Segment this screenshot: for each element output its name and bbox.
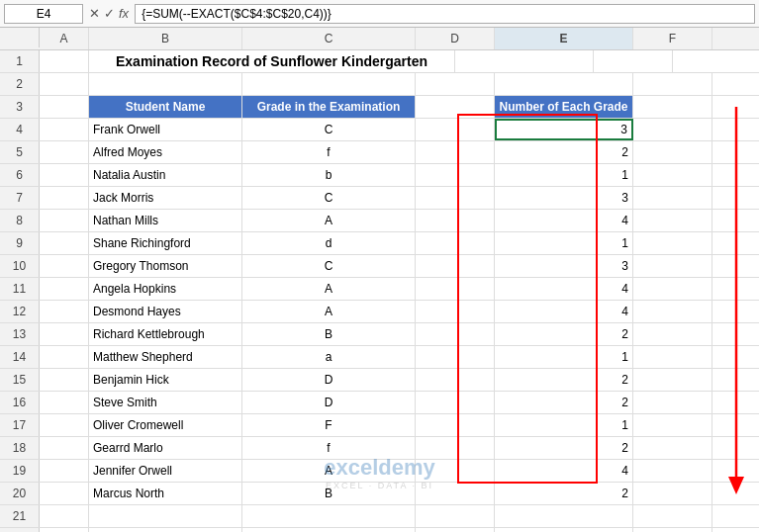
cell-f21[interactable] (633, 505, 712, 527)
cell-b20[interactable]: Marcus North (89, 483, 242, 504)
cell-c17[interactable]: F (242, 414, 416, 436)
col-header-b[interactable]: B (89, 28, 242, 49)
cell-a20[interactable] (40, 483, 89, 504)
cell-e15[interactable]: 2 (495, 369, 633, 391)
cell-b16[interactable]: Steve Smith (89, 392, 242, 413)
cell-f4[interactable] (633, 119, 712, 140)
cell-e13[interactable]: 2 (495, 323, 633, 345)
cell-d13[interactable] (416, 323, 495, 345)
cell-e2[interactable] (495, 73, 633, 95)
cell-e19[interactable]: 4 (495, 460, 633, 482)
cell-a7[interactable] (40, 187, 89, 209)
col-header-f[interactable]: F (633, 28, 712, 49)
cell-d6[interactable] (416, 164, 495, 186)
cell-a14[interactable] (40, 346, 89, 368)
cell-c9[interactable]: d (242, 232, 416, 254)
cell-d16[interactable] (416, 392, 495, 413)
cell-d11[interactable] (416, 278, 495, 300)
cell-b15[interactable]: Benjamin Hick (89, 369, 242, 391)
cell-d9[interactable] (416, 232, 495, 254)
cell-c22[interactable] (242, 528, 416, 532)
cell-c7[interactable]: C (242, 187, 416, 209)
cell-f9[interactable] (633, 232, 712, 254)
cell-d17[interactable] (416, 414, 495, 436)
cell-d4[interactable] (416, 119, 495, 140)
cell-c10[interactable]: C (242, 255, 416, 277)
cell-e1[interactable] (455, 50, 594, 72)
cell-b17[interactable]: Oliver Cromewell (89, 414, 242, 436)
cell-e14[interactable]: 1 (495, 346, 633, 368)
cell-e8[interactable]: 4 (495, 210, 633, 231)
cell-b13[interactable]: Richard Kettlebrough (89, 323, 242, 345)
cell-f7[interactable] (633, 187, 712, 209)
cell-b18[interactable]: Gearrd Marlo (89, 437, 242, 459)
cell-d15[interactable] (416, 369, 495, 391)
cell-f14[interactable] (633, 346, 712, 368)
cell-c14[interactable]: a (242, 346, 416, 368)
cell-a18[interactable] (40, 437, 89, 459)
cell-b10[interactable]: Gregory Thomson (89, 255, 242, 277)
cell-b21[interactable] (89, 505, 242, 527)
cell-e5[interactable]: 2 (495, 141, 633, 163)
cell-c4[interactable]: C (242, 119, 416, 140)
cell-b19[interactable]: Jennifer Orwell (89, 460, 242, 482)
cell-b14[interactable]: Matthew Shepherd (89, 346, 242, 368)
cell-e16[interactable]: 2 (495, 392, 633, 413)
cell-e10[interactable]: 3 (495, 255, 633, 277)
cell-a19[interactable] (40, 460, 89, 482)
cell-c15[interactable]: D (242, 369, 416, 391)
cell-e12[interactable]: 4 (495, 301, 633, 322)
cell-f8[interactable] (633, 210, 712, 231)
cell-a9[interactable] (40, 232, 89, 254)
cell-b8[interactable]: Nathan Mills (89, 210, 242, 231)
cell-e6[interactable]: 1 (495, 164, 633, 186)
confirm-icon[interactable]: ✓ (104, 6, 115, 21)
cell-b9[interactable]: Shane Richingford (89, 232, 242, 254)
cell-f17[interactable] (633, 414, 712, 436)
cell-f3[interactable] (633, 96, 712, 118)
cell-d21[interactable] (416, 505, 495, 527)
cell-f22[interactable] (633, 528, 712, 532)
cell-e20[interactable]: 2 (495, 483, 633, 504)
cell-f18[interactable] (633, 437, 712, 459)
cell-f19[interactable] (633, 460, 712, 482)
cell-f16[interactable] (633, 392, 712, 413)
cell-a12[interactable] (40, 301, 89, 322)
cell-a22[interactable] (40, 528, 89, 532)
cell-f10[interactable] (633, 255, 712, 277)
cell-c11[interactable]: A (242, 278, 416, 300)
cell-c8[interactable]: A (242, 210, 416, 231)
name-box[interactable] (4, 4, 83, 24)
cell-c6[interactable]: b (242, 164, 416, 186)
cell-f1[interactable] (594, 50, 673, 72)
cell-f12[interactable] (633, 301, 712, 322)
cell-e17[interactable]: 1 (495, 414, 633, 436)
cell-a4[interactable] (40, 119, 89, 140)
cell-d7[interactable] (416, 187, 495, 209)
cell-e9[interactable]: 1 (495, 232, 633, 254)
cell-e4[interactable]: 3 (495, 119, 633, 140)
cell-a8[interactable] (40, 210, 89, 231)
cell-a6[interactable] (40, 164, 89, 186)
cell-b11[interactable]: Angela Hopkins (89, 278, 242, 300)
cell-b5[interactable]: Alfred Moyes (89, 141, 242, 163)
cell-f11[interactable] (633, 278, 712, 300)
col-header-c[interactable]: C (242, 28, 416, 49)
cell-d10[interactable] (416, 255, 495, 277)
function-icon[interactable]: fx (119, 6, 129, 21)
cancel-icon[interactable]: ✕ (89, 6, 100, 21)
cell-c5[interactable]: f (242, 141, 416, 163)
cell-c16[interactable]: D (242, 392, 416, 413)
cell-a1[interactable] (40, 50, 89, 72)
cell-e22[interactable] (495, 528, 633, 532)
cell-a10[interactable] (40, 255, 89, 277)
cell-a11[interactable] (40, 278, 89, 300)
cell-d8[interactable] (416, 210, 495, 231)
col-header-e[interactable]: E (495, 28, 633, 49)
cell-e21[interactable] (495, 505, 633, 527)
cell-d14[interactable] (416, 346, 495, 368)
cell-f20[interactable] (633, 483, 712, 504)
cell-a15[interactable] (40, 369, 89, 391)
cell-b4[interactable]: Frank Orwell (89, 119, 242, 140)
cell-b6[interactable]: Natalia Austin (89, 164, 242, 186)
